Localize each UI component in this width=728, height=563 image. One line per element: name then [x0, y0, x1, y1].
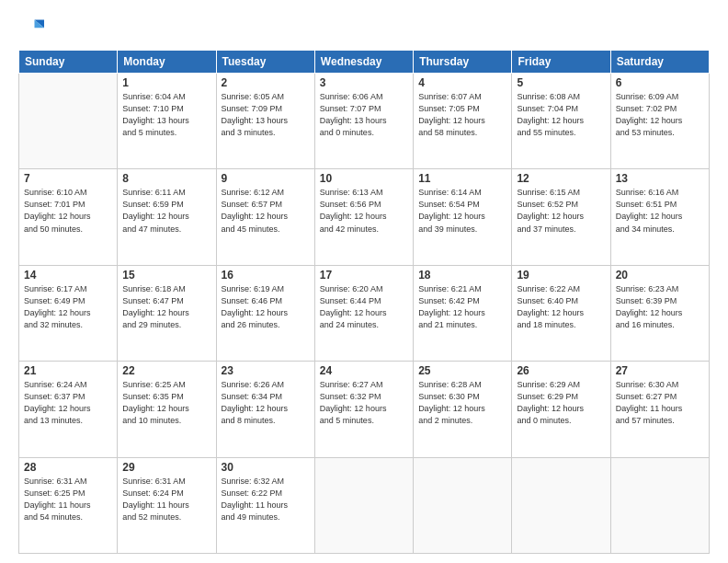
calendar-cell: 17Sunrise: 6:20 AMSunset: 6:44 PMDayligh… — [314, 265, 413, 361]
day-number: 14 — [24, 269, 112, 282]
calendar-cell: 29Sunrise: 6:31 AMSunset: 6:24 PMDayligh… — [118, 457, 216, 553]
day-info: Sunrise: 6:15 AMSunset: 6:52 PMDaylight:… — [517, 187, 605, 235]
day-info: Sunrise: 6:13 AMSunset: 6:56 PMDaylight:… — [320, 187, 408, 235]
calendar-header-row: SundayMondayTuesdayWednesdayThursdayFrid… — [19, 51, 710, 74]
calendar-cell: 8Sunrise: 6:11 AMSunset: 6:59 PMDaylight… — [118, 169, 216, 265]
day-number: 30 — [222, 461, 310, 474]
day-number: 18 — [418, 269, 506, 282]
day-number: 5 — [517, 76, 605, 89]
calendar-week-5: 28Sunrise: 6:31 AMSunset: 6:25 PMDayligh… — [19, 457, 710, 553]
calendar-cell: 25Sunrise: 6:28 AMSunset: 6:30 PMDayligh… — [414, 362, 512, 457]
calendar-cell: 9Sunrise: 6:12 AMSunset: 6:57 PMDaylight… — [216, 169, 314, 265]
day-number: 4 — [418, 76, 506, 89]
calendar-cell: 12Sunrise: 6:15 AMSunset: 6:52 PMDayligh… — [512, 169, 610, 265]
day-info: Sunrise: 6:20 AMSunset: 6:44 PMDaylight:… — [320, 283, 408, 331]
day-info: Sunrise: 6:09 AMSunset: 7:02 PMDaylight:… — [616, 91, 704, 139]
day-info: Sunrise: 6:07 AMSunset: 7:05 PMDaylight:… — [418, 91, 506, 139]
day-number: 21 — [24, 364, 112, 377]
day-number: 1 — [122, 76, 210, 89]
calendar-cell: 4Sunrise: 6:07 AMSunset: 7:05 PMDaylight… — [414, 74, 512, 169]
day-number: 26 — [517, 364, 605, 377]
day-number: 28 — [24, 461, 112, 474]
day-info: Sunrise: 6:21 AMSunset: 6:42 PMDaylight:… — [418, 283, 506, 331]
calendar-cell — [610, 457, 709, 553]
day-info: Sunrise: 6:06 AMSunset: 7:07 PMDaylight:… — [320, 91, 408, 139]
calendar-cell — [314, 457, 413, 553]
calendar-cell: 13Sunrise: 6:16 AMSunset: 6:51 PMDayligh… — [610, 169, 709, 265]
calendar-cell: 16Sunrise: 6:19 AMSunset: 6:46 PMDayligh… — [216, 265, 314, 361]
day-info: Sunrise: 6:08 AMSunset: 7:04 PMDaylight:… — [517, 91, 605, 139]
day-number: 29 — [122, 461, 210, 474]
day-info: Sunrise: 6:31 AMSunset: 6:25 PMDaylight:… — [24, 476, 112, 523]
day-info: Sunrise: 6:24 AMSunset: 6:37 PMDaylight:… — [24, 379, 112, 427]
day-info: Sunrise: 6:27 AMSunset: 6:32 PMDaylight:… — [320, 379, 408, 427]
day-info: Sunrise: 6:05 AMSunset: 7:09 PMDaylight:… — [222, 91, 310, 139]
day-info: Sunrise: 6:14 AMSunset: 6:54 PMDaylight:… — [418, 187, 506, 235]
col-header-friday: Friday — [512, 51, 610, 74]
col-header-saturday: Saturday — [610, 51, 709, 74]
day-number: 22 — [122, 364, 210, 377]
day-number: 13 — [616, 172, 704, 185]
calendar-cell: 24Sunrise: 6:27 AMSunset: 6:32 PMDayligh… — [314, 362, 413, 457]
calendar-cell: 5Sunrise: 6:08 AMSunset: 7:04 PMDaylight… — [512, 74, 610, 169]
day-info: Sunrise: 6:31 AMSunset: 6:24 PMDaylight:… — [122, 476, 210, 523]
day-number: 25 — [418, 364, 506, 377]
day-info: Sunrise: 6:16 AMSunset: 6:51 PMDaylight:… — [616, 187, 704, 235]
day-number: 10 — [320, 172, 408, 185]
calendar-cell: 14Sunrise: 6:17 AMSunset: 6:49 PMDayligh… — [19, 265, 118, 361]
calendar-cell: 28Sunrise: 6:31 AMSunset: 6:25 PMDayligh… — [19, 457, 118, 553]
calendar-cell — [414, 457, 512, 553]
day-number: 12 — [517, 172, 605, 185]
calendar-cell: 19Sunrise: 6:22 AMSunset: 6:40 PMDayligh… — [512, 265, 610, 361]
day-number: 9 — [222, 172, 310, 185]
calendar-cell: 27Sunrise: 6:30 AMSunset: 6:27 PMDayligh… — [610, 362, 709, 457]
calendar-cell — [512, 457, 610, 553]
logo — [18, 17, 48, 42]
day-info: Sunrise: 6:29 AMSunset: 6:29 PMDaylight:… — [517, 379, 605, 427]
day-info: Sunrise: 6:10 AMSunset: 7:01 PMDaylight:… — [24, 187, 112, 235]
day-info: Sunrise: 6:23 AMSunset: 6:39 PMDaylight:… — [616, 283, 704, 331]
col-header-sunday: Sunday — [19, 51, 118, 74]
calendar-week-3: 14Sunrise: 6:17 AMSunset: 6:49 PMDayligh… — [19, 265, 710, 361]
calendar-cell: 21Sunrise: 6:24 AMSunset: 6:37 PMDayligh… — [19, 362, 118, 457]
calendar-cell — [19, 74, 118, 169]
calendar-cell: 15Sunrise: 6:18 AMSunset: 6:47 PMDayligh… — [118, 265, 216, 361]
day-info: Sunrise: 6:28 AMSunset: 6:30 PMDaylight:… — [418, 379, 506, 427]
calendar-cell: 6Sunrise: 6:09 AMSunset: 7:02 PMDaylight… — [610, 74, 709, 169]
day-info: Sunrise: 6:12 AMSunset: 6:57 PMDaylight:… — [222, 187, 310, 235]
logo-icon — [18, 17, 44, 42]
calendar-cell: 26Sunrise: 6:29 AMSunset: 6:29 PMDayligh… — [512, 362, 610, 457]
day-info: Sunrise: 6:26 AMSunset: 6:34 PMDaylight:… — [222, 379, 310, 427]
day-number: 16 — [222, 269, 310, 282]
col-header-monday: Monday — [118, 51, 216, 74]
day-info: Sunrise: 6:11 AMSunset: 6:59 PMDaylight:… — [122, 187, 210, 235]
calendar: SundayMondayTuesdayWednesdayThursdayFrid… — [18, 50, 710, 554]
day-info: Sunrise: 6:25 AMSunset: 6:35 PMDaylight:… — [122, 379, 210, 427]
day-number: 23 — [222, 364, 310, 377]
day-number: 7 — [24, 172, 112, 185]
calendar-cell: 11Sunrise: 6:14 AMSunset: 6:54 PMDayligh… — [414, 169, 512, 265]
day-number: 8 — [122, 172, 210, 185]
day-info: Sunrise: 6:17 AMSunset: 6:49 PMDaylight:… — [24, 283, 112, 331]
calendar-cell: 18Sunrise: 6:21 AMSunset: 6:42 PMDayligh… — [414, 265, 512, 361]
calendar-cell: 1Sunrise: 6:04 AMSunset: 7:10 PMDaylight… — [118, 74, 216, 169]
calendar-week-2: 7Sunrise: 6:10 AMSunset: 7:01 PMDaylight… — [19, 169, 710, 265]
day-info: Sunrise: 6:19 AMSunset: 6:46 PMDaylight:… — [222, 283, 310, 331]
calendar-week-4: 21Sunrise: 6:24 AMSunset: 6:37 PMDayligh… — [19, 362, 710, 457]
col-header-wednesday: Wednesday — [314, 51, 413, 74]
day-number: 17 — [320, 269, 408, 282]
day-number: 19 — [517, 269, 605, 282]
calendar-cell: 3Sunrise: 6:06 AMSunset: 7:07 PMDaylight… — [314, 74, 413, 169]
day-info: Sunrise: 6:32 AMSunset: 6:22 PMDaylight:… — [222, 476, 310, 523]
col-header-thursday: Thursday — [414, 51, 512, 74]
calendar-cell: 20Sunrise: 6:23 AMSunset: 6:39 PMDayligh… — [610, 265, 709, 361]
day-number: 11 — [418, 172, 506, 185]
day-number: 15 — [122, 269, 210, 282]
day-info: Sunrise: 6:18 AMSunset: 6:47 PMDaylight:… — [122, 283, 210, 331]
calendar-cell: 30Sunrise: 6:32 AMSunset: 6:22 PMDayligh… — [216, 457, 314, 553]
calendar-cell: 23Sunrise: 6:26 AMSunset: 6:34 PMDayligh… — [216, 362, 314, 457]
calendar-cell: 10Sunrise: 6:13 AMSunset: 6:56 PMDayligh… — [314, 169, 413, 265]
calendar-cell: 7Sunrise: 6:10 AMSunset: 7:01 PMDaylight… — [19, 169, 118, 265]
day-info: Sunrise: 6:22 AMSunset: 6:40 PMDaylight:… — [517, 283, 605, 331]
col-header-tuesday: Tuesday — [216, 51, 314, 74]
